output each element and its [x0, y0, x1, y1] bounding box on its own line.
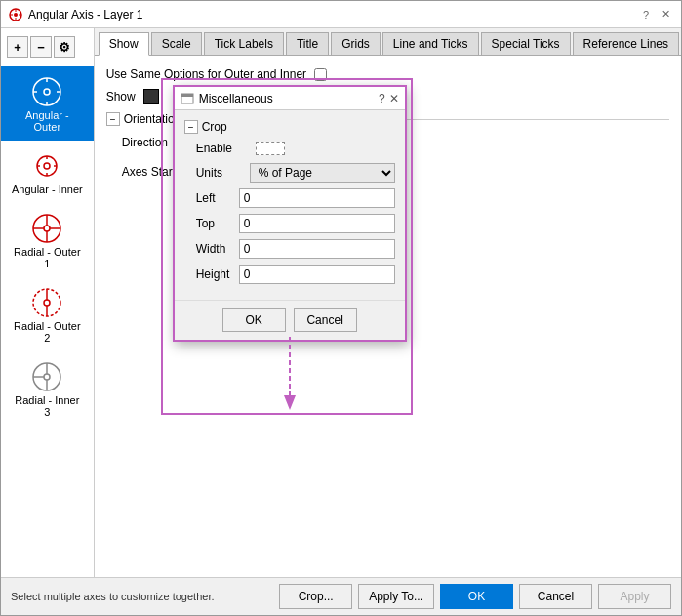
tab-reference-lines[interactable]: Reference Lines [573, 32, 679, 55]
dialog-close-btn[interactable]: ✕ [389, 92, 399, 105]
svg-point-25 [44, 300, 50, 306]
misc-dialog: Miscellaneous ? ✕ − Crop [173, 85, 407, 342]
svg-point-13 [44, 163, 50, 169]
sidebar-item-radial-outer1-label: Radial - Outer 1 [11, 246, 84, 269]
sidebar-item-angular-outer[interactable]: Angular - Outer [1, 66, 94, 141]
right-panel: Show Scale Tick Labels Title Grids Line … [95, 28, 681, 577]
top-label: Top [196, 217, 239, 230]
crop-collapse-btn[interactable]: − [184, 120, 198, 134]
left-row: Left 0 [184, 188, 395, 208]
crop-section-header: − Crop [184, 120, 395, 134]
tab-line-and-ticks[interactable]: Line and Ticks [382, 32, 479, 55]
top-input[interactable]: 0 [239, 214, 395, 233]
svg-point-6 [33, 78, 60, 105]
units-row: Units % of Page [184, 163, 395, 183]
tab-special-ticks[interactable]: Special Ticks [481, 32, 571, 55]
units-label: Units [196, 166, 250, 180]
bottom-buttons: Crop... Apply To... OK Cancel Apply [279, 584, 671, 609]
left-input[interactable]: 0 [239, 188, 395, 208]
height-input[interactable]: 0 [239, 265, 395, 284]
radial-outer1-icon [29, 211, 64, 246]
ok-button[interactable]: OK [440, 584, 513, 609]
apply-button[interactable]: Apply [598, 584, 671, 609]
dialog-title-text: Miscellaneous [199, 92, 273, 105]
dialog-title-left: Miscellaneous [181, 92, 273, 105]
dialog-icon [181, 92, 194, 105]
sidebar: + − ⚙ Angular - Outer [1, 28, 95, 577]
dialog-body: − Crop Enable Units % of Page [175, 110, 405, 300]
radial-outer2-icon [29, 285, 64, 320]
same-options-row: Use Same Options for Outer and Inner [106, 67, 669, 81]
svg-point-7 [44, 89, 50, 95]
sidebar-item-radial-outer2-label: Radial - Outer 2 [11, 320, 84, 344]
main-content: + − ⚙ Angular - Outer [1, 28, 681, 577]
sidebar-item-radial-outer1[interactable]: Radial - Outer 1 [1, 203, 94, 277]
svg-point-19 [44, 226, 50, 231]
dialog-controls: ? ✕ [379, 92, 399, 105]
height-label: Height [196, 267, 239, 281]
crop-title: Crop [202, 120, 227, 134]
tab-tick-labels[interactable]: Tick Labels [204, 32, 284, 55]
svg-point-29 [44, 374, 50, 380]
window-title: Angular Axis - Layer 1 [28, 8, 142, 21]
dialog-arrow [280, 337, 300, 415]
dialog-footer: OK Cancel [175, 300, 405, 340]
main-window: Angular Axis - Layer 1 ? ✕ + − ⚙ [0, 0, 682, 616]
angular-outer-icon [29, 74, 64, 109]
add-axis-button[interactable]: + [7, 36, 28, 58]
angular-inner-icon [29, 148, 64, 184]
width-label: Width [196, 242, 239, 256]
title-bar: Angular Axis - Layer 1 ? ✕ [1, 1, 681, 28]
show-color-box [143, 89, 159, 104]
sidebar-item-angular-inner[interactable]: Angular - Inner [1, 141, 94, 203]
left-label: Left [196, 191, 239, 205]
show-label: Show [106, 90, 136, 103]
help-button[interactable]: ? [638, 7, 654, 22]
svg-marker-36 [284, 395, 296, 410]
enable-row: Enable [184, 142, 395, 155]
dialog-title-bar: Miscellaneous ? ✕ [175, 87, 405, 110]
sidebar-toolbar: + − ⚙ [1, 32, 94, 62]
window-icon [9, 8, 22, 21]
title-bar-controls: ? ✕ [638, 7, 673, 22]
tabs-bar: Show Scale Tick Labels Title Grids Line … [95, 28, 681, 56]
orientation-collapse-btn[interactable]: − [106, 112, 120, 126]
enable-label: Enable [196, 142, 250, 155]
title-bar-left: Angular Axis - Layer 1 [9, 8, 142, 21]
enable-checkbox[interactable] [256, 142, 285, 155]
radial-inner3-icon [29, 359, 64, 394]
svg-point-1 [14, 13, 18, 17]
tab-scale[interactable]: Scale [151, 32, 202, 55]
sidebar-item-angular-outer-label: Angular - Outer [11, 109, 84, 133]
sidebar-item-radial-outer2[interactable]: Radial - Outer 2 [1, 277, 94, 351]
dialog-cancel-button[interactable]: Cancel [294, 308, 357, 332]
close-button[interactable]: ✕ [658, 7, 673, 22]
same-options-checkbox[interactable] [314, 68, 327, 81]
units-select[interactable]: % of Page [250, 163, 395, 183]
top-row: Top 0 [184, 214, 395, 233]
same-options-label: Use Same Options for Outer and Inner [106, 67, 306, 81]
status-text: Select multiple axes to customize togeth… [11, 591, 215, 602]
tab-content: Use Same Options for Outer and Inner Sho… [95, 56, 681, 577]
apply-to-button[interactable]: Apply To... [358, 584, 434, 609]
dialog-help-btn[interactable]: ? [379, 92, 385, 105]
svg-rect-34 [181, 94, 193, 97]
remove-axis-button[interactable]: − [30, 36, 52, 58]
dialog-ok-button[interactable]: OK [222, 308, 286, 332]
crop-button[interactable]: Crop... [279, 584, 352, 609]
tab-title[interactable]: Title [286, 32, 329, 55]
height-row: Height 0 [184, 265, 395, 284]
sidebar-item-radial-inner3-label: Radial - Inner 3 [11, 394, 84, 418]
sidebar-item-radial-inner3[interactable]: Radial - Inner 3 [1, 351, 94, 426]
tab-grids[interactable]: Grids [331, 32, 381, 55]
sidebar-item-angular-inner-label: Angular - Inner [12, 184, 83, 195]
bottom-bar: Select multiple axes to customize togeth… [1, 577, 681, 615]
width-row: Width 0 [184, 239, 395, 259]
width-input[interactable]: 0 [239, 239, 395, 259]
settings-button[interactable]: ⚙ [54, 36, 75, 58]
tab-show[interactable]: Show [99, 32, 149, 56]
cancel-button[interactable]: Cancel [519, 584, 592, 609]
